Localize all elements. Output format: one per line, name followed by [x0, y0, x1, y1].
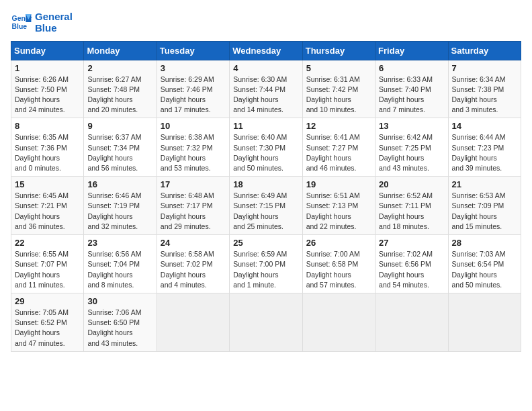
day-detail: Sunrise: 6:34 AMSunset: 7:38 PMDaylight …: [452, 75, 517, 116]
day-number: 20: [379, 179, 444, 189]
day-detail: Sunrise: 6:49 AMSunset: 7:15 PMDaylight …: [233, 191, 298, 232]
calendar-day-23: 23 Sunrise: 6:56 AMSunset: 7:04 PMDaylig…: [84, 235, 157, 293]
weekday-header-thursday: Thursday: [302, 41, 375, 60]
calendar-day-28: 28 Sunrise: 7:03 AMSunset: 6:54 PMDaylig…: [448, 235, 521, 293]
day-number: 5: [306, 63, 371, 73]
day-detail: Sunrise: 6:44 AMSunset: 7:23 PMDaylight …: [452, 132, 517, 173]
day-number: 7: [452, 63, 517, 73]
day-detail: Sunrise: 6:52 AMSunset: 7:11 PMDaylight …: [379, 191, 444, 232]
day-number: 29: [15, 296, 80, 306]
day-detail: Sunrise: 6:27 AMSunset: 7:48 PMDaylight …: [87, 75, 152, 116]
day-detail: Sunrise: 7:06 AMSunset: 6:50 PMDaylight …: [87, 308, 152, 349]
calendar-day-21: 21 Sunrise: 6:53 AMSunset: 7:09 PMDaylig…: [448, 177, 521, 235]
day-number: 8: [15, 121, 80, 131]
day-number: 4: [233, 63, 298, 73]
calendar-day-17: 17 Sunrise: 6:48 AMSunset: 7:17 PMDaylig…: [157, 177, 229, 235]
weekday-header-monday: Monday: [84, 41, 157, 60]
day-number: 18: [233, 179, 298, 189]
day-number: 9: [87, 121, 152, 131]
day-number: 25: [233, 238, 298, 248]
calendar-day-7: 7 Sunrise: 6:34 AMSunset: 7:38 PMDayligh…: [448, 60, 521, 118]
day-detail: Sunrise: 6:26 AMSunset: 7:50 PMDaylight …: [15, 75, 80, 116]
day-detail: Sunrise: 6:59 AMSunset: 7:00 PMDaylight …: [233, 249, 298, 290]
calendar-day-6: 6 Sunrise: 6:33 AMSunset: 7:40 PMDayligh…: [375, 60, 448, 118]
day-number: 17: [161, 179, 226, 189]
day-number: 22: [15, 238, 80, 248]
calendar-day-11: 11 Sunrise: 6:40 AMSunset: 7:30 PMDaylig…: [230, 118, 302, 177]
calendar-day-9: 9 Sunrise: 6:37 AMSunset: 7:34 PMDayligh…: [84, 118, 157, 177]
day-detail: Sunrise: 6:38 AMSunset: 7:32 PMDaylight …: [161, 132, 226, 173]
logo-icon: General Blue: [11, 11, 32, 33]
day-detail: Sunrise: 6:41 AMSunset: 7:27 PMDaylight …: [306, 132, 371, 173]
day-detail: Sunrise: 7:02 AMSunset: 6:56 PMDaylight …: [379, 249, 444, 290]
day-detail: Sunrise: 6:45 AMSunset: 7:21 PMDaylight …: [15, 191, 80, 232]
calendar-day-30: 30 Sunrise: 7:06 AMSunset: 6:50 PMDaylig…: [84, 293, 157, 352]
calendar-day-15: 15 Sunrise: 6:45 AMSunset: 7:21 PMDaylig…: [11, 177, 84, 235]
day-number: 2: [87, 63, 152, 73]
calendar-day-8: 8 Sunrise: 6:35 AMSunset: 7:36 PMDayligh…: [11, 118, 84, 177]
day-detail: Sunrise: 6:46 AMSunset: 7:19 PMDaylight …: [87, 191, 152, 232]
logo-general: General: [35, 11, 73, 22]
day-number: 27: [379, 238, 444, 248]
calendar-week-row: 29 Sunrise: 7:05 AMSunset: 6:52 PMDaylig…: [11, 293, 521, 352]
day-number: 11: [233, 121, 298, 131]
calendar-day-18: 18 Sunrise: 6:49 AMSunset: 7:15 PMDaylig…: [230, 177, 302, 235]
day-detail: Sunrise: 6:29 AMSunset: 7:46 PMDaylight …: [161, 75, 226, 116]
calendar-day-29: 29 Sunrise: 7:05 AMSunset: 6:52 PMDaylig…: [11, 293, 84, 352]
day-number: 26: [306, 238, 371, 248]
calendar-day-22: 22 Sunrise: 6:55 AMSunset: 7:07 PMDaylig…: [11, 235, 84, 293]
day-number: 24: [161, 238, 226, 248]
svg-text:Blue: Blue: [12, 23, 28, 30]
calendar-day-empty: [157, 293, 229, 352]
day-number: 15: [15, 179, 80, 189]
day-detail: Sunrise: 6:48 AMSunset: 7:17 PMDaylight …: [161, 191, 226, 232]
day-detail: Sunrise: 6:35 AMSunset: 7:36 PMDaylight …: [15, 132, 80, 173]
calendar-day-14: 14 Sunrise: 6:44 AMSunset: 7:23 PMDaylig…: [448, 118, 521, 177]
day-number: 1: [15, 63, 80, 73]
calendar-week-row: 1 Sunrise: 6:26 AMSunset: 7:50 PMDayligh…: [11, 60, 521, 118]
day-number: 19: [306, 179, 371, 189]
day-number: 21: [452, 179, 517, 189]
calendar-day-empty: [448, 293, 521, 352]
calendar-day-12: 12 Sunrise: 6:41 AMSunset: 7:27 PMDaylig…: [302, 118, 375, 177]
calendar-day-25: 25 Sunrise: 6:59 AMSunset: 7:00 PMDaylig…: [230, 235, 302, 293]
day-detail: Sunrise: 7:05 AMSunset: 6:52 PMDaylight …: [15, 308, 80, 349]
day-detail: Sunrise: 6:37 AMSunset: 7:34 PMDaylight …: [87, 132, 152, 173]
day-number: 12: [306, 121, 371, 131]
day-number: 13: [379, 121, 444, 131]
calendar-table: SundayMondayTuesdayWednesdayThursdayFrid…: [11, 41, 521, 352]
day-detail: Sunrise: 6:40 AMSunset: 7:30 PMDaylight …: [233, 132, 298, 173]
day-detail: Sunrise: 6:51 AMSunset: 7:13 PMDaylight …: [306, 191, 371, 232]
calendar-day-empty: [230, 293, 302, 352]
calendar-day-16: 16 Sunrise: 6:46 AMSunset: 7:19 PMDaylig…: [84, 177, 157, 235]
day-detail: Sunrise: 6:30 AMSunset: 7:44 PMDaylight …: [233, 75, 298, 116]
calendar-week-row: 8 Sunrise: 6:35 AMSunset: 7:36 PMDayligh…: [11, 118, 521, 177]
day-detail: Sunrise: 7:03 AMSunset: 6:54 PMDaylight …: [452, 249, 517, 290]
page-header: General Blue General Blue: [11, 11, 521, 34]
day-detail: Sunrise: 6:31 AMSunset: 7:42 PMDaylight …: [306, 75, 371, 116]
day-detail: Sunrise: 6:55 AMSunset: 7:07 PMDaylight …: [15, 249, 80, 290]
day-number: 16: [87, 179, 152, 189]
weekday-header-tuesday: Tuesday: [157, 41, 229, 60]
calendar-day-2: 2 Sunrise: 6:27 AMSunset: 7:48 PMDayligh…: [84, 60, 157, 118]
day-number: 3: [161, 63, 226, 73]
calendar-day-1: 1 Sunrise: 6:26 AMSunset: 7:50 PMDayligh…: [11, 60, 84, 118]
weekday-header-row: SundayMondayTuesdayWednesdayThursdayFrid…: [11, 41, 521, 60]
calendar-day-3: 3 Sunrise: 6:29 AMSunset: 7:46 PMDayligh…: [157, 60, 229, 118]
calendar-week-row: 15 Sunrise: 6:45 AMSunset: 7:21 PMDaylig…: [11, 177, 521, 235]
calendar-day-5: 5 Sunrise: 6:31 AMSunset: 7:42 PMDayligh…: [302, 60, 375, 118]
calendar-day-empty: [375, 293, 448, 352]
calendar-day-19: 19 Sunrise: 6:51 AMSunset: 7:13 PMDaylig…: [302, 177, 375, 235]
day-number: 23: [87, 238, 152, 248]
day-detail: Sunrise: 6:53 AMSunset: 7:09 PMDaylight …: [452, 191, 517, 232]
day-number: 10: [161, 121, 226, 131]
calendar-day-10: 10 Sunrise: 6:38 AMSunset: 7:32 PMDaylig…: [157, 118, 229, 177]
calendar-day-26: 26 Sunrise: 7:00 AMSunset: 6:58 PMDaylig…: [302, 235, 375, 293]
calendar-week-row: 22 Sunrise: 6:55 AMSunset: 7:07 PMDaylig…: [11, 235, 521, 293]
day-number: 30: [87, 296, 152, 306]
weekday-header-sunday: Sunday: [11, 41, 84, 60]
calendar-day-4: 4 Sunrise: 6:30 AMSunset: 7:44 PMDayligh…: [230, 60, 302, 118]
logo-blue: Blue: [35, 22, 73, 34]
day-number: 28: [452, 238, 517, 248]
day-detail: Sunrise: 6:42 AMSunset: 7:25 PMDaylight …: [379, 132, 444, 173]
